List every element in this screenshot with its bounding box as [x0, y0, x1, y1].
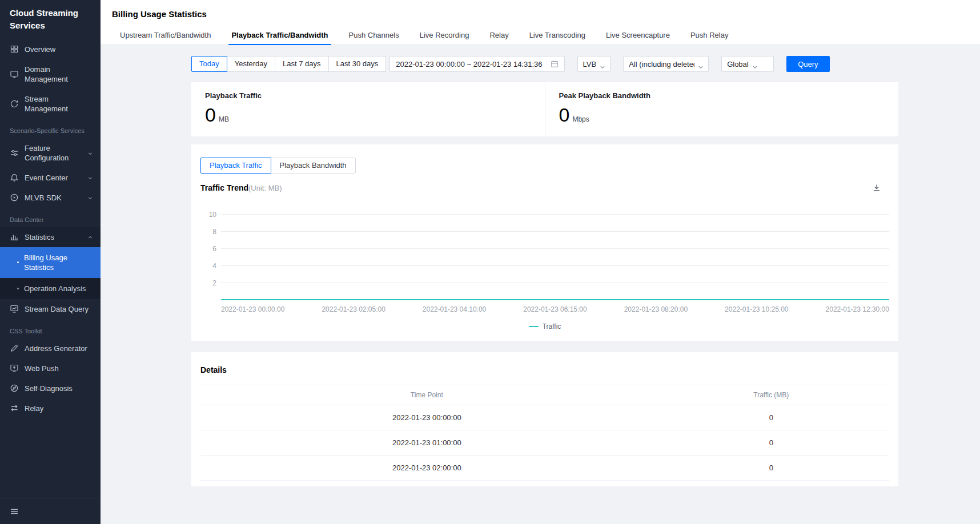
stat-unit: Mbps [572, 115, 589, 123]
x-axis-tick: 2022-01-23 08:20:00 [624, 305, 688, 313]
cell-time-point: 2022-01-23 00:00:00 [200, 405, 653, 430]
sidebar-nav: Overview Domain Management Stream Manage… [0, 39, 101, 498]
details-panel: Details Time Point Traffic (MB) 2022-01-… [191, 352, 898, 486]
range-button-yesterday[interactable]: Yesterday [227, 56, 275, 72]
stat-playback-traffic: Playback Traffic 0 MB [191, 82, 545, 136]
chevron-down-icon [87, 150, 94, 156]
y-axis-tick: 8 [203, 228, 216, 236]
tab-push-channels[interactable]: Push Channels [341, 28, 407, 45]
traffic-trend-chart: 10 8 6 4 2 [200, 214, 889, 300]
region-select[interactable]: Global [721, 56, 774, 72]
filter-row: Today Yesterday Last 7 days Last 30 days… [191, 56, 898, 72]
product-select-value: LVB [583, 60, 597, 68]
x-axis-labels: 2022-01-23 00:00:00 2022-01-23 02:05:00 … [221, 305, 889, 313]
stats-panel: Playback Traffic 0 MB Peak Playback Band… [191, 82, 898, 136]
query-button[interactable]: Query [786, 56, 829, 72]
swap-arrows-icon [10, 404, 19, 413]
sidebar-item-self-diagnosis[interactable]: Self-Diagnosis [0, 378, 101, 398]
bell-icon [10, 173, 19, 182]
content-area: Today Yesterday Last 7 days Last 30 days… [101, 45, 980, 524]
sidebar-item-label: Feature Configuration [25, 143, 83, 163]
traffic-series-line [221, 299, 889, 300]
sidebar-item-address-generator[interactable]: Address Generator [0, 338, 101, 358]
table-row: 2022-01-23 02:00:00 0 [200, 456, 889, 481]
tab-live-screencapture[interactable]: Live Screencapture [598, 28, 678, 45]
chart-panel: Playback Traffic Playback Bandwidth Traf… [191, 144, 898, 341]
collapse-menu-icon [10, 507, 19, 516]
sidebar-item-statistics[interactable]: Statistics [0, 227, 101, 247]
sidebar-item-event-center[interactable]: Event Center [0, 168, 101, 188]
tab-playback-traffic-bandwidth[interactable]: Playback Traffic/Bandwidth [223, 28, 336, 45]
page-header: Billing Usage Statistics [101, 0, 980, 28]
stat-value: 0 [205, 103, 216, 126]
tab-live-transcoding[interactable]: Live Transcoding [521, 28, 593, 45]
sidebar-item-label: Domain Management [25, 65, 94, 84]
sidebar-item-operation-analysis[interactable]: Operation Analysis [0, 278, 101, 299]
range-button-today[interactable]: Today [191, 56, 227, 72]
bullet-dot-icon [17, 261, 19, 263]
gridline: 4 [221, 265, 889, 266]
page-title: Billing Usage Statistics [112, 9, 207, 19]
sidebar-item-overview[interactable]: Overview [0, 39, 101, 59]
sidebar-item-web-push[interactable]: Web Push [0, 358, 101, 378]
sidebar-item-stream-data-query[interactable]: Stream Data Query [0, 299, 101, 319]
sidebar-item-relay[interactable]: Relay [0, 398, 101, 418]
tab-live-recording[interactable]: Live Recording [412, 28, 477, 45]
data-query-icon [10, 304, 19, 313]
toggle-playback-traffic[interactable]: Playback Traffic [200, 158, 271, 174]
chevron-up-icon [87, 233, 94, 240]
x-axis-tick: 2022-01-23 06:15:00 [523, 305, 587, 313]
details-title: Details [200, 365, 889, 374]
range-button-last-30-days[interactable]: Last 30 days [328, 56, 387, 72]
chevron-down-icon [87, 174, 94, 181]
cell-time-point: 2022-01-23 02:00:00 [200, 456, 653, 481]
sidebar-item-label: Event Center [25, 173, 83, 183]
chevron-down-icon [698, 62, 703, 66]
date-range-value: 2022-01-23 00:00:00 ~ 2022-01-23 14:31:3… [396, 60, 542, 68]
chevron-down-icon [87, 194, 94, 201]
sidebar-item-label: Relay [25, 404, 94, 413]
sidebar-collapse-button[interactable] [0, 498, 101, 524]
x-axis-tick: 2022-01-23 12:30:00 [826, 305, 889, 313]
product-select[interactable]: LVB [577, 56, 611, 72]
tab-relay[interactable]: Relay [481, 28, 516, 45]
tab-push-relay[interactable]: Push Relay [682, 28, 736, 45]
domain-scope-value: All (including deleted or [629, 60, 694, 68]
bullet-dot-icon [17, 288, 19, 289]
date-range-picker[interactable]: 2022-01-23 00:00:00 ~ 2022-01-23 14:31:3… [389, 56, 564, 72]
stat-label: Playback Traffic [205, 91, 531, 100]
chart-legend[interactable]: Traffic [200, 323, 889, 330]
stat-peak-playback-bandwidth: Peak Playback Bandwidth 0 Mbps [545, 82, 899, 136]
gridline: 10 [221, 214, 889, 215]
x-axis-tick: 2022-01-23 02:05:00 [322, 305, 385, 313]
main-area: Billing Usage Statistics Upstream Traffi… [101, 0, 980, 524]
calendar-icon [551, 60, 559, 68]
stat-label: Peak Playback Bandwidth [559, 91, 885, 100]
sidebar-item-domain-management[interactable]: Domain Management [0, 59, 101, 89]
range-button-last-7-days[interactable]: Last 7 days [275, 56, 329, 72]
chart-toggle-group: Playback Traffic Playback Bandwidth [200, 158, 356, 174]
sidebar-item-feature-configuration[interactable]: Feature Configuration [0, 138, 101, 168]
column-header-time-point: Time Point [200, 385, 653, 405]
app-title: Cloud Streaming Services [0, 0, 101, 39]
sidebar-item-billing-usage-statistics[interactable]: Billing Usage Statistics [0, 247, 101, 278]
sidebar-item-label: Web Push [25, 364, 94, 373]
chart-unit-note: (Unit: MB) [248, 184, 282, 192]
table-header-row: Time Point Traffic (MB) [200, 385, 889, 405]
toggle-playback-bandwidth[interactable]: Playback Bandwidth [271, 158, 356, 174]
chevron-down-icon [600, 62, 605, 66]
download-icon[interactable] [872, 183, 881, 192]
tab-upstream-traffic-bandwidth[interactable]: Upstream Traffic/Bandwidth [112, 28, 219, 45]
domain-scope-select[interactable]: All (including deleted or [623, 56, 709, 72]
sidebar-item-label: Overview [25, 45, 94, 54]
y-axis-tick: 2 [203, 279, 216, 287]
sidebar-item-label: Statistics [25, 232, 83, 242]
sidebar-item-label: Address Generator [25, 344, 94, 353]
sidebar-item-label: Billing Usage Statistics [24, 253, 94, 272]
sidebar-item-stream-management[interactable]: Stream Management [0, 89, 101, 119]
gridline: 6 [221, 248, 889, 249]
sidebar-item-mlvb-sdk[interactable]: MLVB SDK [0, 188, 101, 208]
tab-bar: Upstream Traffic/Bandwidth Playback Traf… [101, 28, 980, 45]
y-axis-tick: 6 [203, 245, 216, 253]
sliders-icon [10, 148, 19, 158]
